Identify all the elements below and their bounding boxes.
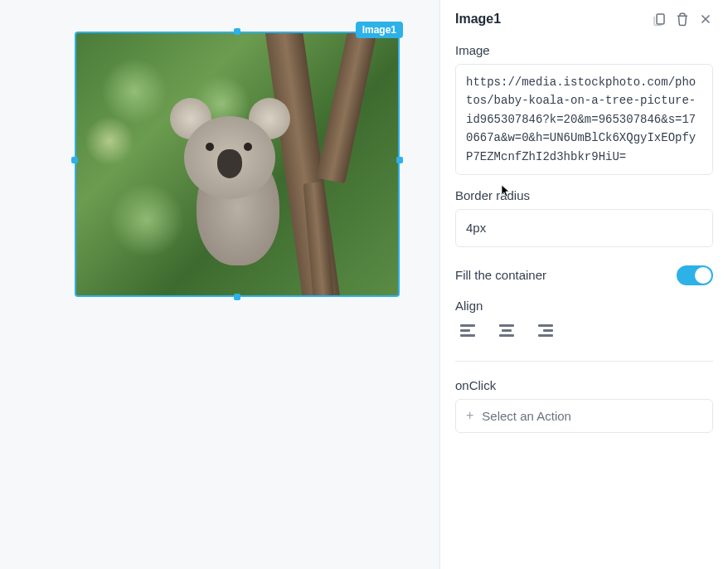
fill-container-row: Fill the container [455,260,713,285]
close-icon[interactable] [698,12,713,27]
delete-icon[interactable] [675,12,690,27]
resize-handle-top[interactable] [234,28,240,35]
widget-selection-label: Image1 [356,22,403,38]
onclick-placeholder: Select an Action [482,409,571,423]
panel-header: Image1 [440,0,728,38]
onclick-label: onClick [455,378,713,392]
align-right-button[interactable] [533,323,553,339]
image-widget-wrapper[interactable]: Image1 [75,23,400,297]
image-url-input[interactable]: https://media.istockphoto.com/photos/bab… [455,64,713,175]
onclick-field-group: onClick + Select an Action [455,378,713,433]
properties-panel: Image1 Image https://media.istockphoto.c… [439,0,728,569]
onclick-action-select[interactable]: + Select an Action [455,399,713,433]
align-center-button[interactable] [497,323,517,339]
section-divider [455,361,713,362]
resize-handle-right[interactable] [396,157,403,163]
copy-icon[interactable] [652,12,667,27]
panel-title: Image1 [455,12,501,27]
resize-handle-left[interactable] [71,157,78,163]
border-radius-input[interactable] [455,209,713,247]
resize-handle-bottom[interactable] [234,294,240,300]
fill-container-toggle[interactable] [677,265,713,285]
align-label: Align [455,299,713,313]
border-radius-label: Border radius [455,188,713,202]
plus-icon: + [466,409,473,422]
image-url-field-group: Image https://media.istockphoto.com/phot… [455,43,713,175]
canvas-area[interactable]: Image1 [0,0,439,569]
border-radius-field-group: Border radius [455,188,713,247]
image-widget[interactable] [75,32,400,297]
align-field-group: Align [455,299,713,339]
image-url-label: Image [455,43,713,57]
fill-container-label: Fill the container [455,268,546,282]
align-left-button[interactable] [460,323,480,339]
image-preview [76,33,398,295]
svg-rect-0 [657,14,664,24]
